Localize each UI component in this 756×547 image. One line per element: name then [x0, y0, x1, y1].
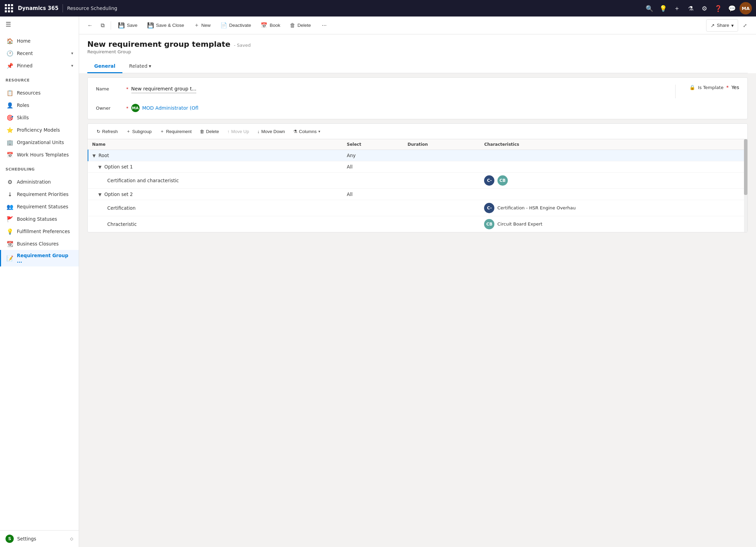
sidebar-item-roles[interactable]: 👤 Roles: [0, 99, 79, 111]
tab-related[interactable]: Related ▾: [122, 60, 158, 73]
pinned-icon: 📌: [7, 62, 13, 69]
refresh-label: Refresh: [102, 129, 118, 134]
sidebar-item-organizational-units[interactable]: 🏢 Organizational Units: [0, 136, 79, 149]
sidebar-item-home[interactable]: 🏠 Home: [0, 35, 79, 47]
owner-required-indicator: *: [126, 106, 129, 111]
expand-button[interactable]: ⤢: [739, 20, 750, 31]
sidebar-item-requirement-group-templates[interactable]: 📝 Requirement Group ...: [0, 250, 79, 266]
work-hours-icon: 📅: [7, 151, 13, 158]
user-avatar[interactable]: MA: [739, 2, 752, 14]
scrollbar-thumb[interactable]: [744, 139, 747, 195]
form-tabs: General Related ▾: [87, 60, 748, 73]
row-duration-cell: [403, 189, 480, 200]
form-area: New requirement group template - Saved R…: [79, 34, 756, 547]
more-button[interactable]: ⋯: [318, 19, 331, 32]
tab-general[interactable]: General: [87, 60, 122, 73]
row-name-cell: ▼ Root: [88, 150, 343, 161]
resources-icon: 📋: [7, 89, 13, 96]
char-badge-cert: C-: [484, 203, 494, 213]
row-name-cell: Certification: [88, 200, 343, 216]
sidebar-item-fulfillment-label: Fulfillment Preferences: [17, 229, 70, 234]
sidebar-item-administration[interactable]: ⚙️ Administration: [0, 176, 79, 188]
deactivate-label: Deactivate: [229, 23, 251, 28]
sidebar-item-proficiency-models[interactable]: ⭐ Proficiency Models: [0, 124, 79, 136]
sidebar-item-work-hours-label: Work Hours Templates: [17, 152, 69, 157]
sidebar-item-work-hours-templates[interactable]: 📅 Work Hours Templates: [0, 149, 79, 161]
waffle-menu-button[interactable]: [4, 3, 14, 13]
table-row[interactable]: ▼ Option set 2 All: [88, 189, 747, 200]
sidebar-item-pinned-label: Pinned: [17, 63, 33, 68]
new-button[interactable]: ＋ New: [190, 19, 215, 32]
sidebar-item-req-statuses-label: Requirement Statuses: [17, 204, 68, 209]
chat-icon[interactable]: 💬: [726, 2, 738, 14]
sidebar-resource-label: Resource: [0, 75, 79, 84]
brand-name[interactable]: Dynamics 365: [18, 5, 58, 11]
move-up-button[interactable]: ↑ Move Up: [224, 127, 253, 136]
table-row[interactable]: Chracteristic CB Circuit Board Expert: [88, 216, 747, 232]
expand-icon: ▼: [98, 165, 101, 169]
sidebar-collapse-button[interactable]: ☰: [0, 17, 79, 32]
recent-expand-icon: ▾: [71, 51, 73, 56]
delete-button[interactable]: 🗑 Delete: [286, 19, 315, 32]
sidebar-item-requirement-statuses[interactable]: 👥 Requirement Statuses: [0, 200, 79, 213]
requirement-button[interactable]: ＋ Requirement: [156, 127, 195, 136]
sidebar-item-skills[interactable]: 🎯 Skills: [0, 111, 79, 124]
book-label: Book: [270, 23, 280, 28]
book-button[interactable]: 📅 Book: [256, 19, 284, 32]
sidebar-item-pinned[interactable]: 📌 Pinned ▾: [0, 59, 79, 72]
grid-toolbar: ↻ Refresh ＋ Subgroup ＋ Requirement 🗑 Del…: [88, 124, 747, 139]
top-nav-icons: 🔍 💡 ＋ ⚗ ⚙ ❓ 💬 MA: [643, 2, 752, 14]
char-text-cb: Circuit Board Expert: [497, 221, 543, 227]
help-icon[interactable]: ❓: [712, 2, 724, 14]
add-button[interactable]: ＋: [671, 2, 683, 14]
table-row[interactable]: Certification and characteristic C- CB: [88, 173, 747, 189]
sidebar-item-recent-label: Recent: [17, 51, 33, 56]
col-duration: Duration: [403, 139, 480, 150]
share-button[interactable]: ↗ Share ▾: [706, 19, 738, 32]
back-button[interactable]: ←: [85, 20, 96, 31]
settings-icon[interactable]: ⚙: [698, 2, 711, 14]
save-button[interactable]: 💾 Save: [114, 19, 142, 32]
save-close-icon: 💾: [147, 22, 154, 29]
subgroup-button[interactable]: ＋ Subgroup: [123, 127, 155, 136]
owner-value-link[interactable]: MOD Administrator (Ofl: [142, 105, 199, 111]
sidebar-item-fulfillment-preferences[interactable]: 💡 Fulfillment Preferences: [0, 225, 79, 238]
row-name: Chracteristic: [107, 221, 137, 227]
sidebar-item-recent[interactable]: 🕐 Recent ▾: [0, 47, 79, 59]
delete-label: Delete: [297, 23, 311, 28]
scrollbar-track[interactable]: [744, 139, 747, 232]
home-icon: 🏠: [7, 37, 13, 44]
sidebar-item-booking-statuses[interactable]: 🚩 Booking Statuses: [0, 213, 79, 225]
share-icon: ↗: [711, 23, 715, 28]
move-down-button[interactable]: ↓ Move Down: [254, 127, 288, 136]
name-field-value[interactable]: New requirement group t...: [131, 85, 197, 93]
grid-delete-button[interactable]: 🗑 Delete: [196, 127, 222, 136]
row-char-cell: C- Certification - HSR Engine Overhau: [480, 200, 747, 216]
columns-dropdown-icon: ▾: [318, 129, 320, 134]
table-row[interactable]: ▼ Option set 1 All: [88, 161, 747, 173]
grid-section: ↻ Refresh ＋ Subgroup ＋ Requirement 🗑 Del…: [87, 123, 748, 232]
deactivate-button[interactable]: 📄 Deactivate: [216, 19, 255, 32]
sidebar-item-requirement-priorities[interactable]: ↓ Requirement Priorities: [0, 188, 79, 200]
popup-button[interactable]: ⧉: [97, 20, 108, 31]
sidebar-section-basic: 🏠 Home 🕐 Recent ▾ 📌 Pinned ▾: [0, 32, 79, 75]
sidebar-item-skills-label: Skills: [17, 115, 29, 120]
row-name-cell: Certification and characteristic: [88, 173, 343, 189]
lightbulb-icon[interactable]: 💡: [657, 2, 669, 14]
sidebar-bottom: S Settings ◇: [0, 530, 79, 547]
columns-button[interactable]: ⚗ Columns ▾: [290, 127, 324, 136]
table-row[interactable]: ▼ Root Any: [88, 150, 747, 161]
filter-icon[interactable]: ⚗: [684, 2, 697, 14]
refresh-button[interactable]: ↻ Refresh: [93, 127, 121, 136]
table-row[interactable]: Certification C- Certification - HSR Eng…: [88, 200, 747, 216]
save-close-button[interactable]: 💾 Save & Close: [143, 19, 188, 32]
grid-table: Name Select Duration Characteristics ▼: [88, 139, 747, 232]
search-button[interactable]: 🔍: [643, 2, 656, 14]
owner-field-group: Owner * MA MOD Administrator (Ofl: [96, 104, 739, 112]
sidebar-item-business-closures[interactable]: 📆 Business Closures: [0, 238, 79, 250]
skills-icon: 🎯: [7, 114, 13, 121]
pinned-expand-icon: ▾: [71, 63, 73, 68]
sidebar-settings-item[interactable]: S Settings ◇: [0, 530, 79, 547]
sidebar-item-resources[interactable]: 📋 Resources: [0, 87, 79, 99]
delete-icon: 🗑: [290, 22, 295, 29]
